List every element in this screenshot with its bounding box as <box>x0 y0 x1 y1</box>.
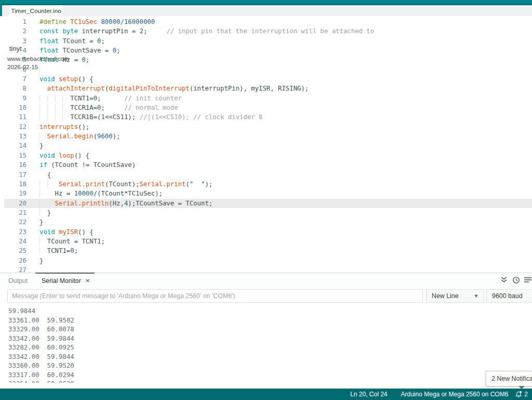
code-line[interactable]: 8 attachInterrupt(digitalPinToInterrupt(… <box>4 84 532 93</box>
line-number: 2 <box>4 27 26 36</box>
serial-line: 33360.00 59.9520 <box>8 361 532 370</box>
code-line[interactable]: 11 TCCR1B=(1<<CS11); //|(1<<CS10); // cl… <box>4 112 532 122</box>
code-text: Serial.print(TCount);Serial.print(" "); <box>39 179 212 189</box>
close-icon[interactable]: × <box>86 277 90 285</box>
line-number: 23 <box>4 227 26 237</box>
code-line[interactable]: 10 TCCR1A=0; // normal mode <box>4 103 532 112</box>
code-text <box>39 65 47 74</box>
title-bar <box>0 0 532 5</box>
code-line[interactable]: 6 <box>4 65 532 74</box>
code-line[interactable]: 3float TCount = 0; <box>4 36 532 46</box>
code-line[interactable]: 17 { <box>4 170 532 179</box>
code-text: void setup() { <box>39 74 94 84</box>
code-text: void myISR() { <box>39 227 94 237</box>
code-line[interactable]: 9 TCNT1=0; // init counter <box>4 94 532 103</box>
code-line[interactable]: 12interrupts(); <box>4 122 532 132</box>
code-text: TCCR1A=0; // normal mode <box>39 103 178 112</box>
tab-output[interactable]: Output <box>8 277 28 285</box>
code-editor[interactable]: 1#define TC1uSec 80000/160000002const by… <box>0 16 532 273</box>
code-text: float TCount = 0; <box>39 36 105 46</box>
code-line[interactable]: 23void myISR() { <box>4 227 532 237</box>
line-number: 7 <box>4 74 26 84</box>
board-port-indicator[interactable]: Arduino Mega or Mega 2560 on COM6 <box>401 391 509 398</box>
line-ending-value: New Line <box>432 292 459 300</box>
line-number: 18 <box>4 179 26 189</box>
line-number: 3 <box>4 36 26 46</box>
code-line[interactable]: 1#define TC1uSec 80000/16000000 <box>4 17 532 27</box>
accent-strip <box>0 5 2 16</box>
code-line[interactable]: 13 Serial.begin(9600); <box>4 132 532 141</box>
code-text: TCNT1=0; // init counter <box>39 94 182 103</box>
line-number: 12 <box>4 122 26 132</box>
line-number: 22 <box>4 217 26 227</box>
baud-rate-select[interactable]: 9600 baud <box>486 289 532 303</box>
line-number: 25 <box>4 246 26 255</box>
code-text: Hz = 10000/(TCount*TC1uSec); <box>39 189 163 198</box>
code-text: } <box>39 256 43 265</box>
active-tab-indicator <box>35 273 95 274</box>
timestamp-icon[interactable] <box>512 276 520 284</box>
code-line[interactable]: 5float Hz = 0; <box>4 55 532 64</box>
code-text: if (TCount != TCountSave) <box>39 160 136 170</box>
code-line[interactable]: 18 Serial.print(TCount);Serial.print(" "… <box>4 179 532 189</box>
line-number: 11 <box>4 112 26 122</box>
line-number: 4 <box>4 46 26 55</box>
code-line[interactable]: 22} <box>4 217 532 227</box>
line-number: 8 <box>4 84 26 93</box>
code-text: } <box>39 208 51 217</box>
code-text: void loop() { <box>39 151 89 160</box>
code-line[interactable]: 24 TCount = TCNT1; <box>4 237 532 246</box>
code-line[interactable]: 19 Hz = 10000/(TCount*TC1uSec); <box>4 189 532 198</box>
line-number: 15 <box>4 151 26 160</box>
collapse-panel-icon[interactable] <box>500 276 508 284</box>
code-line[interactable]: 20 Serial.println(Hz,4);TCountSave = TCo… <box>4 199 532 208</box>
line-number: 26 <box>4 256 26 265</box>
serial-line: 33342.00 59.9844 <box>8 352 532 362</box>
line-number: 21 <box>4 208 26 217</box>
cursor-position[interactable]: Ln 20, Col 24 <box>350 391 387 398</box>
toast-text: 2 New Notifications <box>491 375 532 382</box>
serial-line: 33329.00 60.0078 <box>8 325 532 334</box>
code-text: TCNT1=0; <box>39 246 78 255</box>
tab-title: Timer_Counter.ino <box>11 7 61 15</box>
code-line[interactable]: 27 <box>4 265 532 273</box>
code-line[interactable]: 2const byte interruptPin = 2; // input p… <box>4 27 532 36</box>
status-bar: Ln 20, Col 24 Arduino Mega or Mega 2560 … <box>0 389 532 400</box>
chevron-down-icon: ▼ <box>474 293 478 299</box>
code-text: const byte interruptPin = 2; // input pi… <box>39 27 374 36</box>
notification-toast[interactable]: 2 New Notifications <box>486 371 532 386</box>
code-text: float TCountSave = 0; <box>39 46 121 55</box>
serial-message-input[interactable] <box>7 289 423 303</box>
code-line[interactable]: 7void setup() { <box>4 74 532 84</box>
editor-tab-strip: Timer_Counter.ino <box>0 5 532 16</box>
tab-timer-counter-ino[interactable]: Timer_Counter.ino <box>9 5 63 16</box>
code-line[interactable]: 15void loop() { <box>4 151 532 160</box>
code-text: { <box>39 170 51 179</box>
code-line[interactable]: 25 TCNT1=0; <box>4 246 532 255</box>
line-number: 10 <box>4 103 26 112</box>
line-ending-select[interactable]: New Line ▼ <box>426 289 484 303</box>
serial-line: 33342.00 59.9844 <box>8 334 532 343</box>
notifications-bell-icon[interactable] <box>515 391 522 398</box>
line-number: 24 <box>4 237 26 246</box>
code-line[interactable]: 16if (TCount != TCountSave) <box>4 160 532 170</box>
line-number: 9 <box>4 94 26 103</box>
serial-line: 59.9844 <box>8 306 532 316</box>
serial-line: 33354.00 59.9628 <box>8 379 532 383</box>
tab-serial-monitor[interactable]: Serial Monitor <box>42 277 81 285</box>
clear-output-icon[interactable] <box>524 276 532 284</box>
line-number: 1 <box>4 17 26 27</box>
line-number: 17 <box>4 170 26 179</box>
code-text: #define TC1uSec 80000/16000000 <box>39 17 155 27</box>
bottom-panel-tabs: Output Serial Monitor × <box>0 273 532 289</box>
code-line[interactable]: 26} <box>4 256 532 265</box>
toast-caret <box>518 386 525 389</box>
serial-line: 33361.00 59.9502 <box>8 316 532 325</box>
code-line[interactable]: 4float TCountSave = 0; <box>4 46 532 55</box>
line-number: 27 <box>4 265 26 273</box>
serial-output[interactable]: 59.984433361.00 59.950233329.00 60.00783… <box>0 305 532 383</box>
code-text: } <box>39 141 43 150</box>
code-line[interactable]: 14} <box>4 141 532 150</box>
code-line[interactable]: 21 } <box>4 208 532 217</box>
code-text: Serial.begin(9600); <box>39 132 121 141</box>
